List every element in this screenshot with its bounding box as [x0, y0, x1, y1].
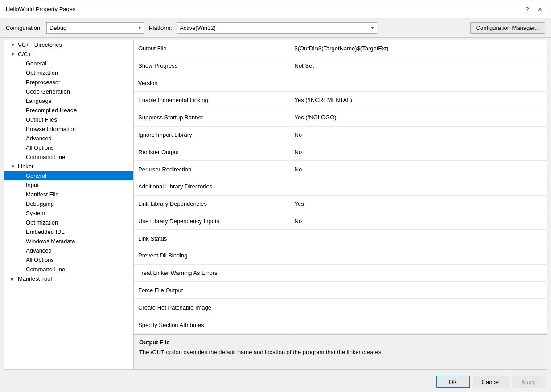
- tree-item-label: General: [26, 60, 46, 67]
- property-row[interactable]: Output File$(OutDir)$(TargetName)$(Targe…: [134, 40, 547, 57]
- help-button[interactable]: ?: [522, 4, 533, 15]
- property-value: No: [290, 126, 547, 143]
- tree-item-label: Browse Information: [26, 126, 76, 132]
- tree-item-cpp-optimization[interactable]: Optimization: [4, 68, 133, 78]
- title-bar: HelloWorld Property Pages ? ✕: [0, 0, 551, 18]
- tree-item-cpp-precompiled[interactable]: Precompiled Heade: [4, 106, 133, 115]
- tree-item-label: Command Line: [26, 154, 65, 160]
- platform-select-wrapper: Active(Win32) Win32 x64: [177, 22, 377, 34]
- tree-expand-icon: ▼: [11, 164, 17, 169]
- tree-item-label: Advanced: [26, 247, 52, 254]
- description-pane: Output File The /OUT option overrides th…: [134, 334, 547, 369]
- property-name: Treat Linker Warning As Errors: [134, 264, 290, 282]
- property-value: Yes (/NOLOGO): [290, 109, 547, 126]
- property-name: Link Status: [134, 230, 290, 247]
- config-label: Configuration:: [6, 24, 42, 31]
- tree-item-label: Command Line: [26, 266, 65, 273]
- tree-item-cpp-general[interactable]: General: [4, 59, 133, 68]
- property-row[interactable]: Ignore Import LibraryNo: [134, 126, 547, 143]
- tree-item-cpp-alloptions[interactable]: All Options: [4, 143, 133, 152]
- property-value: [290, 299, 547, 316]
- property-value: [290, 247, 547, 264]
- tree-item-linker-cmdline[interactable]: Command Line: [4, 265, 133, 274]
- property-table: Output File$(OutDir)$(TargetName)$(Targe…: [134, 40, 547, 334]
- property-value: Not Set: [290, 57, 547, 74]
- property-row[interactable]: Link Library DependenciesYes: [134, 195, 547, 212]
- property-row[interactable]: Per-user RedirectionNo: [134, 161, 547, 178]
- tree-item-cpp-preprocessor[interactable]: Preprocessor: [4, 78, 133, 87]
- property-row[interactable]: Link Status: [134, 230, 547, 247]
- cancel-button[interactable]: Cancel: [473, 376, 509, 388]
- property-row[interactable]: Enable Incremental LinkingYes (/INCREMEN…: [134, 92, 547, 109]
- tree-item-linker-optimization[interactable]: Optimization: [4, 218, 133, 227]
- tree-item-label: VC++ Directories: [18, 41, 62, 48]
- tree-item-linker-debug[interactable]: Debugging: [4, 199, 133, 208]
- tree-item-label: Code Generation: [26, 88, 70, 95]
- tree-item-manifest-tool[interactable]: ▶Manifest Tool: [4, 274, 133, 283]
- property-pane: Output File$(OutDir)$(TargetName)$(Targe…: [134, 40, 547, 334]
- dialog-window: HelloWorld Property Pages ? ✕ Configurat…: [0, 0, 551, 392]
- tree-item-label: All Options: [26, 257, 54, 263]
- configuration-select[interactable]: Debug Release All Configurations: [46, 22, 144, 34]
- property-row[interactable]: Additional Library Directories: [134, 178, 547, 195]
- tree-expand-icon: ▼: [11, 42, 17, 47]
- property-value: [290, 282, 547, 299]
- tree-item-cpp-browse[interactable]: Browse Information: [4, 124, 133, 134]
- tree-item-linker-advanced[interactable]: Advanced: [4, 246, 133, 255]
- property-name: Register Output: [134, 143, 290, 161]
- property-row[interactable]: Prevent Dll Binding: [134, 247, 547, 264]
- property-row[interactable]: Create Hot Patchable Image: [134, 299, 547, 316]
- tree-item-linker-general[interactable]: General: [4, 171, 133, 180]
- tree-item-linker-alloptions[interactable]: All Options: [4, 255, 133, 265]
- tree-item-linker-input[interactable]: Input: [4, 180, 133, 190]
- property-value: [290, 178, 547, 195]
- tree-item-linker-manifest[interactable]: Manifest File: [4, 190, 133, 199]
- tree-item-label: Language: [26, 98, 52, 104]
- tree-item-cpp-advanced[interactable]: Advanced: [4, 134, 133, 143]
- property-row[interactable]: Version: [134, 74, 547, 92]
- tree-item-cpp-cmdline[interactable]: Command Line: [4, 152, 133, 162]
- config-manager-button[interactable]: Configuration Manager...: [470, 22, 545, 34]
- property-row[interactable]: Show ProgressNot Set: [134, 57, 547, 74]
- tree-item-label: Debugging: [26, 200, 54, 207]
- property-value: [290, 74, 547, 92]
- close-button[interactable]: ✕: [535, 4, 545, 15]
- tree-item-linker-embedded[interactable]: Embedded IDL: [4, 227, 133, 237]
- property-name: Enable Incremental Linking: [134, 92, 290, 109]
- tree-item-cpp[interactable]: ▼C/C++: [4, 49, 133, 59]
- tree-item-label: Manifest Tool: [18, 275, 52, 282]
- property-value: Yes (/INCREMENTAL): [290, 92, 547, 109]
- config-bar: Configuration: Debug Release All Configu…: [0, 18, 551, 38]
- property-row[interactable]: Treat Linker Warning As Errors: [134, 264, 547, 282]
- platform-select[interactable]: Active(Win32) Win32 x64: [177, 22, 377, 34]
- property-row[interactable]: Register OutputNo: [134, 143, 547, 161]
- tree-expand-icon: ▶: [11, 276, 17, 281]
- property-name: Specify Section Attributes: [134, 316, 290, 334]
- property-row[interactable]: Specify Section Attributes: [134, 316, 547, 334]
- property-value: Yes: [290, 195, 547, 212]
- tree-item-cpp-codegen[interactable]: Code Generation: [4, 87, 133, 96]
- tree-item-label: Linker: [18, 163, 33, 170]
- tree-item-label: Optimization: [26, 69, 58, 76]
- property-row[interactable]: Suppress Startup BannerYes (/NOLOGO): [134, 109, 547, 126]
- property-value: No: [290, 161, 547, 178]
- tree-pane: ▼VC++ Directories▼C/C++GeneralOptimizati…: [4, 40, 134, 369]
- ok-button[interactable]: OK: [436, 376, 470, 388]
- property-row[interactable]: Use Library Dependency InputsNo: [134, 212, 547, 230]
- property-value: No: [290, 143, 547, 161]
- tree-item-cpp-outputfiles[interactable]: Output Files: [4, 115, 133, 124]
- property-name: Create Hot Patchable Image: [134, 299, 290, 316]
- tree-item-linker-winmeta[interactable]: Windows Metadata: [4, 237, 133, 246]
- main-content: ▼VC++ Directories▼C/C++GeneralOptimizati…: [4, 40, 547, 370]
- apply-button[interactable]: Apply: [512, 376, 545, 388]
- tree-item-linker-system[interactable]: System: [4, 208, 133, 218]
- tree-item-cpp-language[interactable]: Language: [4, 96, 133, 106]
- property-row[interactable]: Force File Output: [134, 282, 547, 299]
- tree-item-linker[interactable]: ▼Linker: [4, 162, 133, 171]
- property-name: Force File Output: [134, 282, 290, 299]
- tree-item-vc-dirs[interactable]: ▼VC++ Directories: [4, 40, 133, 49]
- config-select-wrapper: Debug Release All Configurations: [46, 22, 144, 34]
- tree-item-label: Optimization: [26, 219, 58, 226]
- title-buttons: ? ✕: [522, 4, 545, 15]
- tree-item-label: Output Files: [26, 116, 57, 123]
